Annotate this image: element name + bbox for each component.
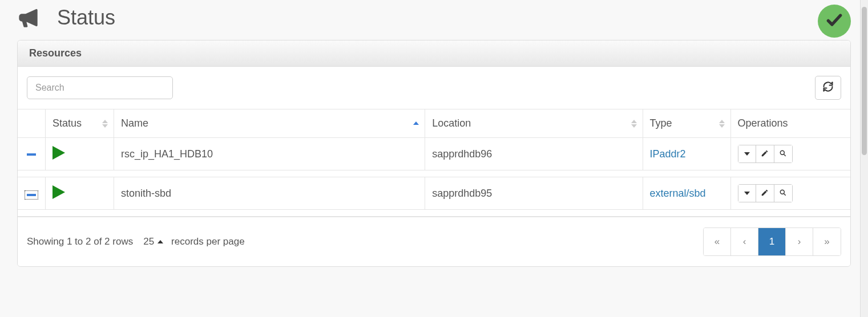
svg-point-0	[780, 151, 784, 155]
table-footer: Showing 1 to 2 of 2 rows 25 records per …	[18, 217, 850, 266]
status-ok-badge	[818, 5, 851, 38]
column-type-label: Type	[650, 117, 672, 129]
column-status-label: Status	[53, 117, 82, 129]
refresh-button[interactable]	[815, 76, 841, 100]
resources-table: Status Name Location Type	[18, 109, 850, 217]
column-operations: Operations	[730, 109, 850, 138]
resources-panel: Resources Status Name	[17, 40, 851, 267]
edit-button[interactable]	[756, 184, 774, 202]
caret-up-icon	[158, 240, 163, 243]
caret-down-icon	[744, 192, 750, 195]
table-row: rsc_ip_HA1_HDB10 sapprdhdb96 IPaddr2	[18, 138, 850, 170]
operations-group	[738, 184, 793, 202]
type-link[interactable]: external/sbd	[650, 188, 706, 199]
panel-header: Resources	[18, 40, 850, 67]
details-button[interactable]	[774, 184, 793, 202]
cell-location: sapprdhdb96	[425, 138, 643, 170]
collapse-icon-focused[interactable]	[25, 190, 38, 200]
page-next-button[interactable]: ›	[786, 228, 813, 255]
spacer-row	[18, 210, 850, 217]
magnifier-icon	[779, 149, 787, 159]
edit-button[interactable]	[756, 145, 774, 163]
pencil-icon	[761, 149, 769, 159]
cell-name: rsc_ip_HA1_HDB10	[114, 138, 425, 170]
records-per-page-label: records per page	[171, 236, 245, 247]
column-location-label: Location	[432, 117, 471, 129]
column-collapse	[18, 109, 46, 138]
menu-button[interactable]	[738, 184, 756, 202]
type-link[interactable]: IPaddr2	[650, 148, 686, 160]
details-button[interactable]	[774, 145, 793, 163]
sort-icon	[631, 120, 637, 128]
check-icon	[825, 11, 843, 31]
running-icon	[53, 146, 65, 160]
page-last-button[interactable]: »	[813, 228, 841, 255]
column-status[interactable]: Status	[46, 109, 114, 138]
pencil-icon	[761, 189, 769, 198]
column-operations-label: Operations	[738, 117, 788, 129]
page-first-button[interactable]: «	[704, 228, 731, 255]
scrollbar-thumb[interactable]	[862, 7, 867, 155]
magnifier-icon	[779, 189, 787, 198]
svg-line-3	[784, 193, 785, 195]
column-name[interactable]: Name	[114, 109, 425, 138]
cell-location: sapprdhdb95	[425, 177, 643, 210]
column-type[interactable]: Type	[643, 109, 730, 138]
toolbar	[18, 67, 850, 109]
cell-name: stonith-sbd	[114, 177, 425, 210]
column-name-label: Name	[121, 117, 148, 129]
caret-down-icon	[744, 152, 750, 156]
search-input[interactable]	[27, 76, 173, 99]
vertical-scrollbar[interactable]	[860, 0, 868, 284]
menu-button[interactable]	[738, 145, 756, 163]
pagination: « ‹ 1 › »	[703, 227, 841, 256]
table-row: stonith-sbd sapprdhdb95 external/sbd	[18, 177, 850, 210]
spacer-row	[18, 170, 850, 177]
page-title: Status	[57, 6, 115, 30]
operations-group	[738, 145, 793, 163]
page-size-selector[interactable]: 25	[143, 236, 163, 247]
sort-icon	[413, 121, 419, 126]
refresh-icon	[822, 81, 834, 95]
sort-icon	[102, 120, 108, 128]
running-icon	[53, 185, 65, 199]
column-location[interactable]: Location	[425, 109, 643, 138]
page-size-value: 25	[143, 236, 154, 247]
page-prev-button[interactable]: ‹	[731, 228, 758, 255]
page-current-button[interactable]: 1	[758, 228, 786, 255]
sort-icon	[719, 120, 725, 128]
svg-point-2	[780, 190, 784, 194]
collapse-icon[interactable]	[27, 153, 36, 156]
page-title-row: Status	[17, 6, 851, 30]
rows-summary: Showing 1 to 2 of 2 rows	[27, 236, 133, 247]
bullhorn-icon	[17, 6, 40, 29]
svg-line-1	[784, 154, 785, 156]
